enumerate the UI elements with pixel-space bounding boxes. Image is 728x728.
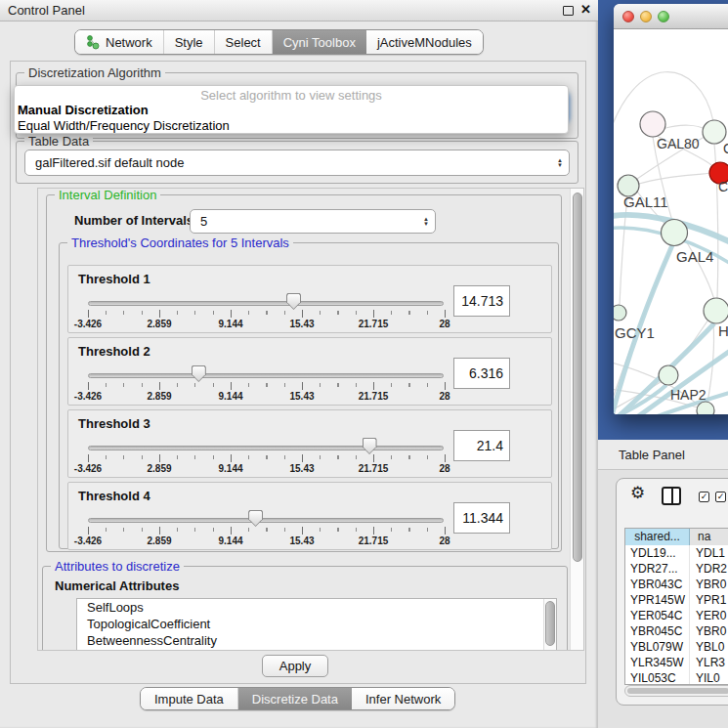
- checkbox-icon[interactable]: ✓: [699, 492, 709, 502]
- list-item[interactable]: BetweennessCentrality: [77, 632, 556, 649]
- cell[interactable]: YBL079W: [625, 639, 690, 655]
- number-of-intervals-label: Number of Intervals: [74, 213, 193, 228]
- close-traffic-light-icon[interactable]: [622, 11, 634, 22]
- list-item[interactable]: SelfLoops: [77, 599, 556, 616]
- zoom-traffic-light-icon[interactable]: [658, 11, 669, 22]
- threshold-3-slider-thumb[interactable]: [363, 438, 377, 454]
- node-gal4[interactable]: [662, 220, 688, 246]
- list-item[interactable]: TopologicalCoefficient: [77, 616, 556, 632]
- table-row[interactable]: YDR27...YDR2: [625, 561, 728, 577]
- threshold-2-panel: Threshold 2 -3.426 2.859 9.144 15.43: [67, 337, 552, 406]
- threshold-2-value-field[interactable]: 6.316: [453, 358, 510, 389]
- settings-scrollbar-thumb[interactable]: [573, 193, 582, 562]
- node-bottom[interactable]: [697, 402, 714, 414]
- number-of-intervals-combobox[interactable]: 5 ▲ ▼: [190, 209, 436, 234]
- checkbox-icon[interactable]: ✓: [715, 492, 726, 502]
- network-canvas[interactable]: GAL80 G C GAL11 GAL4 GCY1 H HAP2: [614, 29, 728, 414]
- table-row[interactable]: YDL19...YDL1: [625, 545, 728, 561]
- split-columns-icon[interactable]: [662, 487, 681, 505]
- cell[interactable]: YPR145W: [625, 592, 690, 608]
- tab-style[interactable]: Style: [164, 30, 215, 54]
- tab-cyni-toolbox[interactable]: Cyni Toolbox: [273, 30, 366, 54]
- cell[interactable]: YDR2: [690, 561, 728, 577]
- cell[interactable]: YER054C: [625, 608, 690, 623]
- cell[interactable]: YIL0: [690, 670, 728, 685]
- cell[interactable]: YLR345W: [625, 655, 690, 670]
- threshold-4-label: Threshold 4: [78, 489, 150, 503]
- minimize-traffic-light-icon[interactable]: [640, 11, 652, 22]
- cell[interactable]: YBR045C: [625, 623, 690, 639]
- dropdown-option-manual[interactable]: Manual Discretization: [18, 103, 560, 117]
- table-row[interactable]: YPR145WYPR1: [625, 592, 728, 608]
- node-label: GCY1: [615, 324, 655, 341]
- threshold-3-slider-track[interactable]: [88, 446, 444, 450]
- threshold-2-slider-thumb[interactable]: [192, 365, 206, 382]
- slider-tick-labels: -3.426 2.859 9.144 15.43 21.715 28: [88, 319, 445, 330]
- control-panel-titlebar: Control Panel ✕: [0, 0, 598, 21]
- threshold-1-slider-thumb[interactable]: [286, 293, 301, 310]
- cell[interactable]: YER0: [690, 608, 728, 623]
- cell[interactable]: YDL1: [690, 545, 728, 561]
- list-scrollbar[interactable]: [543, 599, 556, 651]
- node-hap2[interactable]: [659, 365, 678, 385]
- cell[interactable]: YPR1: [690, 592, 728, 608]
- attributes-list: SelfLoops TopologicalCoefficient Between…: [76, 598, 557, 651]
- table-row[interactable]: YBR045CYBR0: [625, 623, 728, 639]
- cell[interactable]: YBR0: [690, 577, 728, 592]
- node-attribute-table: shared... na YDL19...YDL1 YDR27...YDR2 Y…: [624, 528, 728, 685]
- cell[interactable]: YDR27...: [625, 561, 690, 577]
- tab-select[interactable]: Select: [215, 30, 273, 54]
- thresholds-groupbox: Threshold's Coordinates for 5 Intervals …: [59, 242, 559, 549]
- tab-network[interactable]: Network: [75, 30, 164, 54]
- cell[interactable]: YBR0: [690, 623, 728, 639]
- threshold-3-value-field[interactable]: 21.4: [453, 430, 510, 461]
- threshold-2-slider-track[interactable]: [88, 373, 444, 378]
- gear-icon[interactable]: ⚙: [630, 483, 645, 503]
- close-icon[interactable]: ✕: [580, 2, 591, 17]
- threshold-4-value-field[interactable]: 11.344: [453, 502, 510, 534]
- cell[interactable]: YIL053C: [625, 670, 690, 685]
- horizontal-scrollbar[interactable]: [624, 685, 728, 697]
- slider-ticks: [88, 310, 445, 319]
- cell[interactable]: YDL19...: [625, 545, 690, 561]
- node-label: GAL11: [623, 193, 668, 210]
- interval-definition-title: Interval Definition: [55, 188, 160, 202]
- stepper-icon: ▲ ▼: [423, 217, 429, 227]
- node-h[interactable]: [704, 298, 728, 323]
- top-tab-bar: Network Style Select Cyni Toolbox jActiv…: [74, 29, 484, 55]
- threshold-4-slider-track[interactable]: [88, 518, 444, 523]
- threshold-4-slider-thumb[interactable]: [248, 510, 263, 527]
- table-row[interactable]: YBL079WYBL0: [625, 639, 728, 655]
- threshold-2-label: Threshold 2: [78, 344, 150, 359]
- table-data-combobox[interactable]: galFiltered.sif default node ▲ ▼: [24, 150, 570, 176]
- cell[interactable]: YBL0: [690, 639, 728, 655]
- dropdown-option-equal-width[interactable]: Equal Width/Frequency Discretization: [18, 118, 560, 133]
- numerical-attributes-label: Numerical Attributes: [55, 578, 179, 593]
- float-window-icon[interactable]: [563, 6, 574, 16]
- threshold-1-value-field[interactable]: 14.713: [453, 285, 510, 317]
- table-row[interactable]: YIL053CYIL0: [625, 670, 728, 685]
- slider-ticks: [88, 382, 445, 391]
- table-row[interactable]: YER054CYER0: [625, 608, 728, 623]
- table-row[interactable]: YLR345WYLR3: [625, 655, 728, 670]
- table-row[interactable]: YBR043CYBR0: [625, 577, 728, 592]
- list-scrollbar-thumb[interactable]: [545, 601, 555, 646]
- tab-discretize-data[interactable]: Discretize Data: [238, 688, 352, 709]
- settings-scrollbar[interactable]: [570, 189, 583, 650]
- cell[interactable]: YBR043C: [625, 577, 690, 592]
- column-header-name[interactable]: na: [690, 529, 728, 545]
- tab-jactive-label: jActiveMNodules: [377, 35, 472, 50]
- apply-button[interactable]: Apply: [262, 655, 328, 677]
- network-window-titlebar[interactable]: [614, 4, 728, 29]
- node-gal80[interactable]: [640, 111, 665, 137]
- column-header-shared-name[interactable]: shared...: [625, 529, 690, 545]
- threshold-1-slider-track[interactable]: [88, 301, 444, 306]
- cell[interactable]: YLR3: [690, 655, 728, 670]
- tab-impute-data[interactable]: Impute Data: [141, 688, 238, 709]
- table-panel-titlebar: Table Panel: [598, 440, 728, 470]
- node-gcy1[interactable]: [614, 305, 626, 321]
- horizontal-scrollbar-thumb[interactable]: [627, 688, 728, 694]
- tab-discretize-label: Discretize Data: [252, 692, 338, 707]
- tab-jactivemnodules[interactable]: jActiveMNodules: [366, 30, 483, 54]
- tab-infer-network[interactable]: Infer Network: [352, 688, 454, 709]
